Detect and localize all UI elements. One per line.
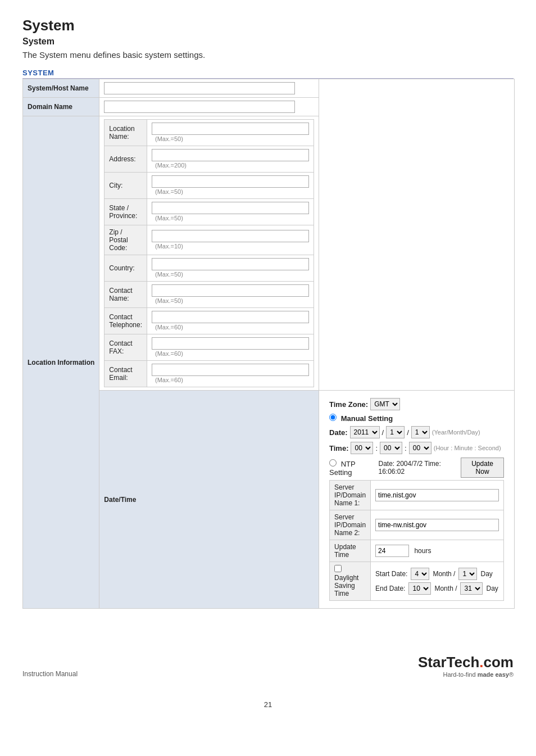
ntp-datetime-text: Date: 2004/7/2 Time: 16:06:02: [378, 460, 454, 476]
brand-tagline: Hard-to-find made easy®: [418, 671, 514, 678]
hostname-label: System/Host Name: [23, 79, 99, 98]
contact-name-input[interactable]: [152, 284, 309, 297]
contact-name-row: Contact Name: (Max.=50): [105, 282, 314, 308]
table-row: System/Host Name: [23, 79, 515, 98]
datetime-cell: Time Zone: GMT Manual Setting Date:: [319, 391, 515, 609]
ntp-row: NTP Setting Date: 2004/7/2 Time: 16:06:0…: [329, 458, 504, 478]
server1-input[interactable]: [375, 489, 499, 501]
hostname-input[interactable]: [104, 82, 295, 94]
start-date-label: Start Date:: [375, 570, 407, 578]
domainname-input[interactable]: [104, 101, 295, 113]
address-cell: (Max.=200): [147, 146, 314, 173]
zip-row: Zip / Postal Code: (Max.=10): [105, 225, 314, 255]
contact-tel-row: Contact Telephone: (Max.=60): [105, 308, 314, 334]
datetime-label: Date/Time: [99, 391, 319, 609]
contact-tel-label: Contact Telephone:: [105, 308, 147, 334]
location-inner-cell: Location Name: (Max.=50) Address: (Max.=…: [99, 116, 319, 391]
table-row: Domain Name: [23, 98, 515, 116]
timezone-row: Time Zone: GMT: [329, 398, 504, 410]
contact-tel-cell: (Max.=60): [147, 308, 314, 334]
state-input[interactable]: [152, 202, 309, 214]
server2-cell: [371, 510, 504, 540]
state-label: State / Province:: [105, 199, 147, 225]
min-select[interactable]: 00: [380, 442, 402, 454]
sec-select[interactable]: 00: [409, 442, 431, 454]
day-select[interactable]: 1: [411, 426, 430, 438]
page-number: 21: [22, 700, 514, 709]
section-header: SYSTEM: [22, 69, 514, 79]
update-time-input[interactable]: [375, 545, 409, 557]
footer-logo: StarTech.com Hard-to-find made easy®: [418, 654, 514, 678]
country-input[interactable]: [152, 258, 309, 270]
contact-email-hint: (Max.=60): [155, 377, 183, 383]
server1-cell: [371, 481, 504, 510]
brand-dot: .: [479, 654, 483, 671]
contact-fax-cell: (Max.=60): [147, 334, 314, 361]
domainname-cell: [99, 98, 319, 116]
year-select[interactable]: 2011: [350, 426, 380, 438]
end-day-select[interactable]: 31: [460, 582, 483, 595]
contact-fax-label: Contact FAX:: [105, 334, 147, 361]
date-label: Date:: [329, 428, 348, 437]
hours-label: hours: [414, 547, 431, 555]
contact-email-label: Contact Email:: [105, 361, 147, 387]
timezone-label: Time Zone:: [329, 400, 368, 409]
city-row: City: (Max.=50): [105, 173, 314, 199]
location-name-hint: (Max.=50): [155, 135, 183, 142]
footer-manual-label: Instruction Manual: [22, 670, 78, 678]
zip-input[interactable]: [152, 230, 309, 242]
date-format-hint: (Year/Month/Day): [432, 429, 480, 436]
city-input[interactable]: [152, 175, 309, 188]
ntp-label[interactable]: NTP Setting: [329, 459, 371, 477]
dst-checkbox[interactable]: [334, 565, 342, 572]
page-title: System: [22, 17, 514, 34]
zip-cell: (Max.=10): [147, 225, 314, 255]
timezone-select[interactable]: GMT: [370, 398, 400, 410]
page-subtitle: System: [22, 37, 514, 47]
manual-setting-label[interactable]: Manual Setting: [329, 414, 393, 423]
update-time-row: Update Time hours: [330, 540, 504, 562]
contact-tel-hint: (Max.=60): [155, 324, 183, 331]
hostname-cell: [99, 79, 319, 98]
domainname-label: Domain Name: [23, 98, 99, 116]
contact-fax-hint: (Max.=60): [155, 350, 183, 357]
time-label: Time:: [329, 444, 348, 452]
dst-checkbox-label[interactable]: Daylight Saving Time: [334, 566, 358, 597]
location-row: Location Information Location Name: (Max…: [23, 116, 515, 391]
dst-dates: Start Date: 4 Month / 1 Day: [375, 568, 499, 595]
server2-input[interactable]: [375, 519, 499, 531]
contact-email-input[interactable]: [152, 364, 309, 376]
dst-row: Daylight Saving Time Start Date: 4: [330, 562, 504, 601]
contact-tel-input[interactable]: [152, 311, 309, 323]
server2-row: Server IP/Domain Name 2:: [330, 510, 504, 540]
address-row: Address: (Max.=200): [105, 146, 314, 173]
end-month-select[interactable]: 10: [408, 582, 431, 595]
manual-setting-radio[interactable]: [329, 414, 337, 421]
brand-name: StarTech.com: [418, 654, 514, 671]
state-hint: (Max.=50): [155, 215, 183, 221]
city-cell: (Max.=50): [147, 173, 314, 199]
ntp-radio[interactable]: [329, 459, 337, 467]
update-now-button[interactable]: Update Now: [461, 458, 504, 478]
contact-name-label: Contact Name:: [105, 282, 147, 308]
location-name-input[interactable]: [152, 123, 309, 135]
end-date-row: End Date: 10 Month / 31 Day: [375, 582, 499, 595]
server1-label: Server IP/Domain Name 1:: [330, 481, 371, 510]
address-input[interactable]: [152, 149, 309, 161]
month-select[interactable]: 1: [386, 426, 405, 438]
start-month-select[interactable]: 4: [411, 568, 429, 580]
location-name-row: Location Name: (Max.=50): [105, 120, 314, 146]
contact-fax-input[interactable]: [152, 337, 309, 350]
contact-name-cell: (Max.=50): [147, 282, 314, 308]
start-day-select[interactable]: 1: [458, 568, 477, 580]
hour-select[interactable]: 00: [351, 442, 373, 454]
datetime-inner: Time Zone: GMT Manual Setting Date:: [324, 393, 510, 605]
time-format-hint: (Hour : Minute : Second): [434, 445, 501, 451]
contact-name-hint: (Max.=50): [155, 297, 183, 304]
country-label: Country:: [105, 255, 147, 282]
country-row: Country: (Max.=50): [105, 255, 314, 282]
server1-row: Server IP/Domain Name 1:: [330, 481, 504, 510]
end-date-label: End Date:: [375, 585, 405, 592]
contact-fax-row: Contact FAX: (Max.=60): [105, 334, 314, 361]
update-time-cell: hours: [371, 540, 504, 562]
